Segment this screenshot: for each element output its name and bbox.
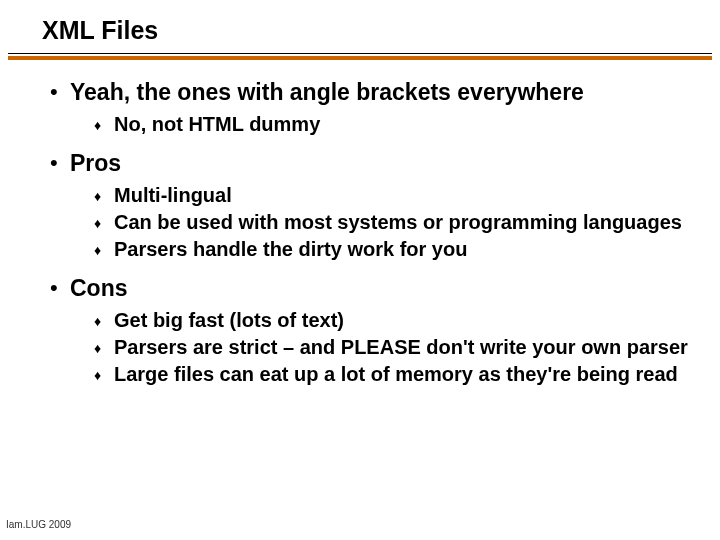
bullet-level2: ♦ Parsers handle the dirty work for you — [94, 237, 692, 262]
slide-title: XML Files — [0, 0, 720, 53]
diamond-bullet-icon: ♦ — [94, 113, 106, 137]
bullet-level1: • Yeah, the ones with angle brackets eve… — [50, 78, 692, 106]
rule-thin — [8, 53, 712, 54]
bullet-level2: ♦ Get big fast (lots of text) — [94, 308, 692, 333]
bullet-text: Cons — [70, 274, 128, 302]
bullet-level2: ♦ Multi-lingual — [94, 183, 692, 208]
diamond-bullet-icon: ♦ — [94, 336, 106, 360]
sub-bullet-text: Parsers handle the dirty work for you — [114, 237, 467, 261]
sub-bullet-text: Can be used with most systems or program… — [114, 210, 682, 234]
disc-bullet-icon: • — [50, 149, 58, 177]
bullet-level1: • Cons — [50, 274, 692, 302]
sub-bullet-text: Parsers are strict – and PLEASE don't wr… — [114, 335, 688, 359]
diamond-bullet-icon: ♦ — [94, 184, 106, 208]
sub-bullet-group: ♦ Get big fast (lots of text) ♦ Parsers … — [94, 308, 692, 387]
slide-content: • Yeah, the ones with angle brackets eve… — [0, 60, 720, 387]
diamond-bullet-icon: ♦ — [94, 363, 106, 387]
title-rule — [8, 53, 712, 60]
bullet-text: Pros — [70, 149, 121, 177]
bullet-level2: ♦ Large files can eat up a lot of memory… — [94, 362, 692, 387]
disc-bullet-icon: • — [50, 274, 58, 302]
bullet-level1: • Pros — [50, 149, 692, 177]
disc-bullet-icon: • — [50, 78, 58, 106]
sub-bullet-group: ♦ Multi-lingual ♦ Can be used with most … — [94, 183, 692, 262]
bullet-level2: ♦ Can be used with most systems or progr… — [94, 210, 692, 235]
slide: XML Files • Yeah, the ones with angle br… — [0, 0, 720, 540]
diamond-bullet-icon: ♦ — [94, 238, 106, 262]
sub-bullet-group: ♦ No, not HTML dummy — [94, 112, 692, 137]
diamond-bullet-icon: ♦ — [94, 211, 106, 235]
bullet-level2: ♦ Parsers are strict – and PLEASE don't … — [94, 335, 692, 360]
bullet-level2: ♦ No, not HTML dummy — [94, 112, 692, 137]
sub-bullet-text: Large files can eat up a lot of memory a… — [114, 362, 678, 386]
bullet-text: Yeah, the ones with angle brackets every… — [70, 78, 584, 106]
slide-footer: Iam.LUG 2009 — [6, 519, 71, 530]
sub-bullet-text: Get big fast (lots of text) — [114, 308, 344, 332]
sub-bullet-text: No, not HTML dummy — [114, 112, 320, 136]
sub-bullet-text: Multi-lingual — [114, 183, 232, 207]
diamond-bullet-icon: ♦ — [94, 309, 106, 333]
